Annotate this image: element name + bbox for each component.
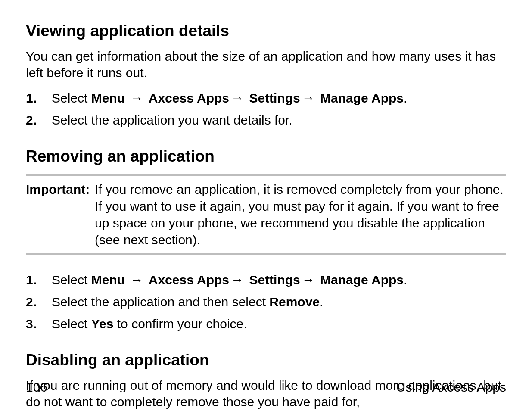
note-label: Important: xyxy=(26,181,95,248)
arrow-icon: → xyxy=(229,88,246,108)
step-number: 1. xyxy=(26,270,52,290)
step-text-fragment: . xyxy=(404,273,407,287)
step-text: Select Yes to confirm your choice. xyxy=(52,314,506,333)
arrow-icon: → xyxy=(229,270,246,290)
step-text: Select Menu → Axcess Apps→ Settings→ Man… xyxy=(52,270,506,290)
step-text-fragment: . xyxy=(404,91,407,105)
menu-path-item: Axcess Apps xyxy=(149,273,229,287)
bold-term: Yes xyxy=(91,317,114,331)
note-text: If you remove an application, it is remo… xyxy=(95,181,506,248)
step-item: 2. Select the application you want detai… xyxy=(26,110,506,130)
step-text-fragment: Select xyxy=(52,317,91,331)
step-text: Select Menu → Axcess Apps→ Settings→ Man… xyxy=(52,88,506,108)
paragraph-viewing-intro: You can get information about the size o… xyxy=(26,48,506,81)
menu-path-item: Manage Apps xyxy=(320,273,404,287)
arrow-glyph: → xyxy=(128,88,145,108)
arrow-glyph: → xyxy=(128,270,145,290)
step-item: 2. Select the application and then selec… xyxy=(26,292,506,311)
step-text-fragment: Select xyxy=(52,91,91,105)
document-page: Viewing application details You can get … xyxy=(0,0,532,411)
heading-removing-app: Removing an application xyxy=(26,147,506,166)
heading-disabling-app: Disabling an application xyxy=(26,351,506,370)
step-number: 3. xyxy=(26,314,52,333)
menu-path-item: Menu xyxy=(91,91,125,105)
steps-viewing: 1. Select Menu → Axcess Apps→ Settings→ … xyxy=(26,88,506,130)
bold-term: Remove xyxy=(269,295,320,309)
menu-path-item: Settings xyxy=(249,91,300,105)
step-item: 1. Select Menu → Axcess Apps→ Settings→ … xyxy=(26,270,506,290)
step-text-fragment: Select xyxy=(52,273,91,287)
page-number: 106 xyxy=(26,380,47,395)
heading-viewing-app-details: Viewing application details xyxy=(26,22,506,40)
step-number: 1. xyxy=(26,88,52,108)
arrow-icon: → xyxy=(125,273,149,287)
arrow-icon: → xyxy=(300,270,317,290)
step-text-fragment: Select the application and then select xyxy=(52,295,269,309)
chapter-title: Using Axcess Apps xyxy=(396,380,506,395)
menu-path-item: Menu xyxy=(91,273,125,287)
footer-rule xyxy=(26,377,506,377)
step-item: 3. Select Yes to confirm your choice. xyxy=(26,314,506,333)
step-item: 1. Select Menu → Axcess Apps→ Settings→ … xyxy=(26,88,506,108)
step-text-fragment: to confirm your choice. xyxy=(113,317,247,331)
arrow-icon: → xyxy=(125,91,149,105)
step-text: Select the application and then select R… xyxy=(52,292,506,311)
steps-removing: 1. Select Menu → Axcess Apps→ Settings→ … xyxy=(26,270,506,333)
menu-path-item: Settings xyxy=(249,273,300,287)
step-number: 2. xyxy=(26,110,52,130)
menu-path-item: Manage Apps xyxy=(320,91,404,105)
page-footer: 106 Using Axcess Apps xyxy=(26,377,506,395)
step-text-fragment: . xyxy=(320,295,323,309)
menu-path-item: Axcess Apps xyxy=(149,91,229,105)
step-number: 2. xyxy=(26,292,52,311)
step-text: Select the application you want details … xyxy=(52,110,506,130)
important-note: Important: If you remove an application,… xyxy=(26,174,506,255)
arrow-icon: → xyxy=(300,88,317,108)
